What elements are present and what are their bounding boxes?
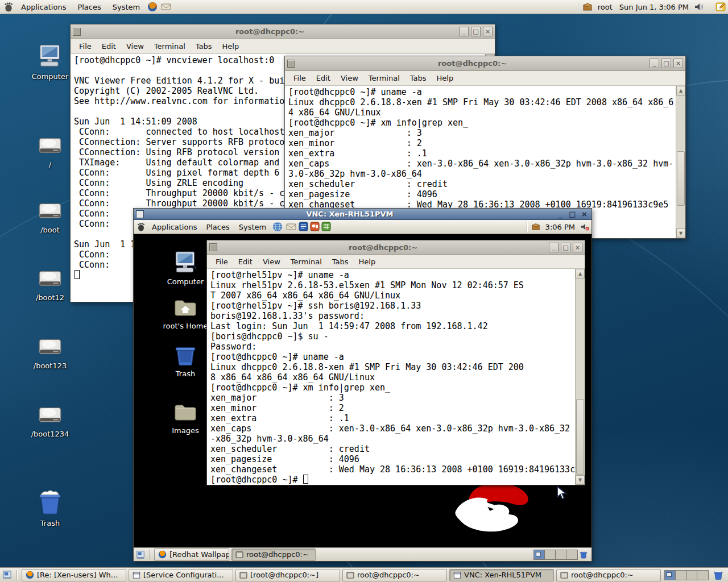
vnc-terminal-body[interactable]: [root@rhel51pv ~]# uname -a Linux rhel51…: [207, 269, 585, 485]
task-button-service-config[interactable]: [Service Configurati...: [129, 569, 233, 581]
close-button[interactable]: ×: [580, 209, 589, 219]
evolution-mail-icon[interactable]: [161, 2, 171, 12]
menu-tabs[interactable]: Tabs: [191, 42, 217, 51]
close-button[interactable]: ×: [483, 27, 493, 36]
scrollbar-thumb[interactable]: [677, 151, 685, 206]
desktop-icon-trash[interactable]: Trash: [22, 489, 78, 527]
workspace-3[interactable]: [686, 571, 697, 580]
show-desktop-icon[interactable]: [136, 550, 145, 559]
vnc-titlebar[interactable]: VNC: Xen-RHL51PVM _ □ ×: [134, 209, 592, 220]
menu-terminal[interactable]: Terminal: [149, 42, 191, 51]
workspace-4[interactable]: [697, 571, 708, 580]
menu-help[interactable]: Help: [432, 74, 459, 82]
maximize-button[interactable]: □: [661, 59, 671, 68]
menu-view[interactable]: View: [336, 74, 363, 82]
minimize-button[interactable]: _: [650, 59, 659, 68]
menu-tabs[interactable]: Tabs: [405, 74, 432, 82]
vnc-icon-computer[interactable]: Computer: [158, 250, 213, 286]
close-button[interactable]: ×: [573, 243, 582, 252]
package-updater-icon[interactable]: [531, 222, 540, 231]
package-updater-icon[interactable]: [582, 2, 593, 12]
task-button-terminal-1[interactable]: root@dhcppc0:~: [342, 569, 447, 581]
task-button-mail-message[interactable]: [Re: [Xen-users] Wh...: [22, 569, 126, 581]
scroll-up-button[interactable]: ▲: [576, 269, 585, 278]
menu-terminal[interactable]: Terminal: [286, 257, 327, 266]
vnc-terminal-titlebar[interactable]: root@dhcppc0:~ _ □ ×: [207, 240, 585, 255]
maximize-button[interactable]: □: [561, 243, 570, 252]
terminal1-titlebar[interactable]: root@dhcppc0:~ _ □ ×: [71, 24, 495, 39]
desktop-icon-label: Computer: [167, 277, 204, 286]
menu-places[interactable]: Places: [72, 0, 106, 14]
workspace-1[interactable]: [665, 571, 676, 580]
menu-edit[interactable]: Edit: [233, 257, 258, 266]
menu-help[interactable]: Help: [217, 42, 245, 51]
menu-applications[interactable]: Applications: [147, 220, 201, 234]
notes-applet-icon[interactable]: [715, 2, 726, 12]
task-button-vnc-viewer[interactable]: VNC: Xen-RHL51PVM: [449, 569, 554, 581]
menu-view[interactable]: View: [258, 257, 286, 266]
workspace-2[interactable]: [545, 550, 556, 559]
openoffice-calc-icon[interactable]: [321, 222, 332, 232]
vnc-top-panel: Applications Places System 3:0: [134, 220, 592, 234]
menu-applications[interactable]: Applications: [15, 0, 72, 14]
menu-edit[interactable]: Edit: [311, 74, 336, 82]
workspace-2[interactable]: [676, 571, 686, 580]
scroll-down-button[interactable]: ▼: [576, 475, 585, 485]
task-button-terminal-2[interactable]: root@dhcppc0:~: [556, 569, 661, 581]
minimize-button[interactable]: _: [459, 27, 469, 36]
workspace-3[interactable]: [556, 550, 566, 559]
terminal2-scrollbar[interactable]: ▲ ▼: [676, 86, 685, 238]
workspace-1[interactable]: [534, 550, 545, 559]
trash-applet-icon[interactable]: [579, 550, 588, 559]
vnc-terminal-menubar: File Edit View Terminal Tabs Help: [207, 255, 585, 269]
vnc-terminal-scrollbar[interactable]: ▲ ▼: [575, 269, 585, 485]
gnome-foot-icon[interactable]: [136, 222, 146, 231]
harddisk-icon: [37, 402, 63, 428]
volume-muted-icon[interactable]: [580, 222, 589, 231]
openoffice-writer-icon[interactable]: [299, 222, 309, 232]
desktop-icon-boot1234[interactable]: /boot1234: [22, 402, 78, 438]
terminal2-titlebar[interactable]: root@dhcppc0:~ _ □ ×: [285, 56, 685, 71]
menu-system[interactable]: System: [234, 220, 271, 234]
show-desktop-icon[interactable]: [2, 570, 13, 580]
desktop-icon-boot123[interactable]: /boot123: [22, 334, 78, 370]
vnc-icon-images[interactable]: Images: [158, 400, 213, 435]
vnc-clock[interactable]: 3:06 PM: [542, 223, 578, 231]
vnc-window-icon: [136, 210, 144, 218]
maximize-button[interactable]: □: [471, 27, 481, 36]
minimize-button[interactable]: _: [549, 243, 559, 252]
desktop-icon-label: root's Home: [163, 322, 208, 330]
web-browser-icon[interactable]: [272, 222, 283, 232]
task-button-terminal-minimized[interactable]: [root@dhcppc0:~]: [235, 569, 340, 581]
menu-places[interactable]: Places: [201, 220, 234, 234]
scrollbar-thumb[interactable]: [576, 399, 584, 475]
vnc-icon-roots-home[interactable]: root's Home: [158, 296, 213, 330]
vnc-icon-trash[interactable]: Trash: [158, 342, 213, 378]
scroll-up-button[interactable]: ▲: [676, 86, 685, 95]
workspace-4[interactable]: [566, 550, 577, 559]
task-button-terminal[interactable]: root@dhcppc0:~: [231, 548, 316, 561]
minimize-button[interactable]: _: [556, 209, 565, 219]
close-button[interactable]: ×: [673, 59, 683, 68]
task-button-firefox[interactable]: [Redhat Wallpap...: [154, 548, 229, 561]
menu-file[interactable]: File: [210, 257, 233, 266]
clock[interactable]: Sun Jun 1, 3:06 PM: [616, 3, 692, 11]
panel-separator: [578, 2, 578, 12]
evolution-mail-icon[interactable]: [286, 222, 296, 232]
menu-tabs[interactable]: Tabs: [327, 257, 354, 266]
menu-help[interactable]: Help: [354, 257, 381, 266]
menu-edit[interactable]: Edit: [97, 42, 121, 51]
menu-file[interactable]: File: [288, 74, 311, 82]
menu-system[interactable]: System: [107, 0, 146, 14]
maximize-button[interactable]: □: [568, 209, 577, 219]
scroll-down-button[interactable]: ▼: [676, 228, 685, 238]
firefox-launcher-icon[interactable]: [147, 2, 158, 12]
gnome-foot-icon[interactable]: [3, 2, 14, 12]
openoffice-impress-icon[interactable]: [310, 222, 320, 232]
volume-icon[interactable]: [694, 2, 704, 12]
trash-applet-icon[interactable]: [713, 569, 724, 581]
menu-terminal[interactable]: Terminal: [363, 74, 405, 82]
menu-file[interactable]: File: [74, 42, 97, 51]
user-switcher[interactable]: root: [594, 3, 616, 11]
menu-view[interactable]: View: [121, 42, 149, 51]
